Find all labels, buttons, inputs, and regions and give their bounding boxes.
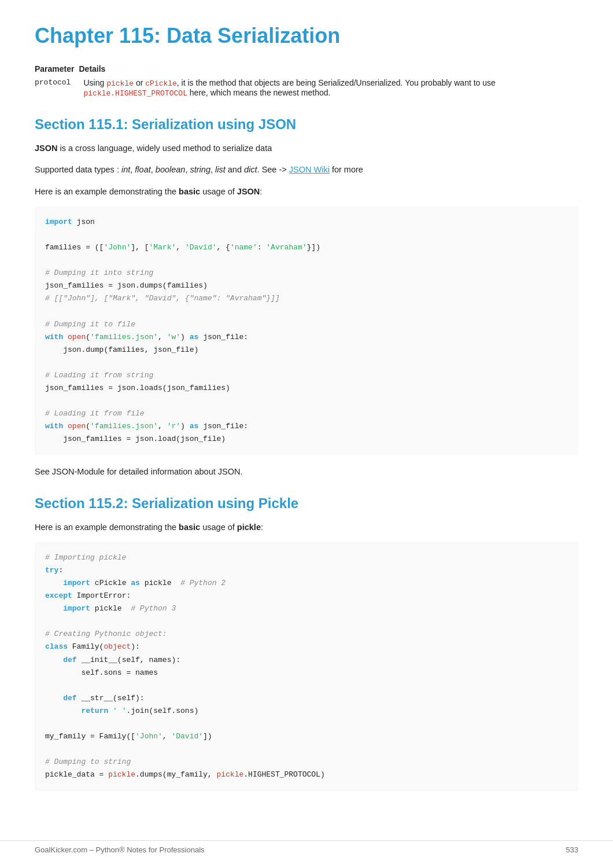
inline-code-cpickle: cPickle <box>145 79 177 88</box>
footer: GoalKicker.com – Python® Notes for Profe… <box>0 840 613 854</box>
param-detail: Using pickle or cPickle, it is the metho… <box>79 76 579 100</box>
param-col-header: Parameter <box>35 62 79 76</box>
footer-left: GoalKicker.com – Python® Notes for Profe… <box>35 845 205 854</box>
section1-para1: JSON is a cross language, widely used me… <box>35 142 578 155</box>
section2-title: Section 115.2: Serialization using Pickl… <box>35 495 578 512</box>
section1-para-end: See JSON-Module for detailed information… <box>35 465 578 479</box>
detail-text: Using pickle or cPickle, it is the metho… <box>84 78 496 97</box>
details-col-header: Details <box>79 62 579 76</box>
page-title: Chapter 115: Data Serialization <box>35 23 578 48</box>
footer-right: 533 <box>566 845 578 854</box>
inline-code-highest: pickle.HIGHEST_PROTOCOL <box>84 89 187 98</box>
json-wiki-link[interactable]: JSON Wiki <box>289 165 330 174</box>
json-bold: JSON <box>35 144 58 153</box>
param-table: Parameter Details protocol Using pickle … <box>35 62 578 100</box>
section1-title: Section 115.1: Serialization using JSON <box>35 116 578 133</box>
param-name: protocol <box>35 76 79 100</box>
inline-code-pickle: pickle <box>106 79 134 88</box>
section1-para2: Supported data types : int, float, boole… <box>35 163 578 176</box>
section1-para3: Here is an example demonstrating the bas… <box>35 185 578 198</box>
section2-para1: Here is an example demonstrating the bas… <box>35 521 578 534</box>
pickle-code-block: # Importing pickle try: import cPickle a… <box>35 542 578 791</box>
table-row: protocol Using pickle or cPickle, it is … <box>35 76 578 100</box>
json-code-block: import json families = (['John'], ['Mark… <box>35 207 578 455</box>
